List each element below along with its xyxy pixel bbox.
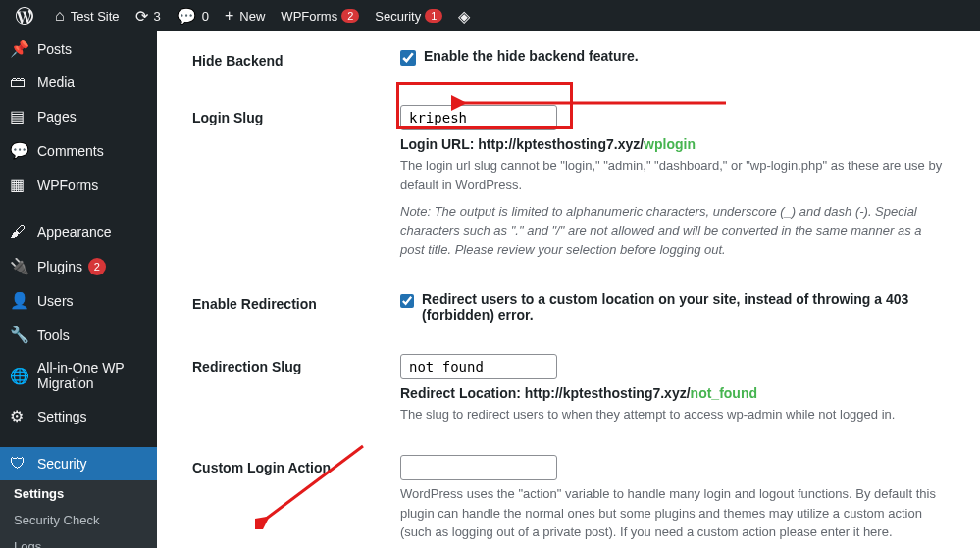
page-icon: ▤: [10, 107, 29, 125]
wrench-icon: 🔧: [10, 325, 29, 344]
sidebar-item-settings[interactable]: ⚙Settings: [0, 399, 157, 433]
sidebar-item-posts[interactable]: 📌Posts: [0, 31, 157, 66]
sidebar-item-wpforms[interactable]: ▦WPForms: [0, 168, 157, 202]
security-link[interactable]: Security1: [367, 0, 450, 31]
sidebar-item-migration[interactable]: 🌐All-in-One WP Migration: [0, 352, 157, 399]
submenu-security-check[interactable]: Security Check: [0, 507, 157, 533]
login-slug-input[interactable]: [400, 105, 557, 130]
submenu-logs[interactable]: Logs: [0, 533, 157, 548]
sidebar-item-tools[interactable]: 🔧Tools: [0, 318, 157, 352]
row-label-redirection-slug: Redirection Slug: [192, 339, 388, 439]
login-slug-note: Note: The output is limited to alphanume…: [400, 202, 949, 260]
site-title: Test Site: [71, 9, 120, 24]
comment-icon: 💬: [10, 141, 29, 160]
site-name-link[interactable]: ⌂Test Site: [47, 0, 128, 31]
row-label-login-slug: Login Slug: [192, 90, 388, 274]
enable-redirection-checkbox-wrap[interactable]: Redirect users to a custom location on y…: [400, 291, 949, 323]
menu-label: WPForms: [37, 177, 98, 193]
users-icon: 👤: [10, 291, 29, 310]
sliders-icon: ⚙: [10, 407, 29, 425]
sidebar-item-comments[interactable]: 💬Comments: [0, 133, 157, 168]
sidebar-item-plugins[interactable]: 🔌Plugins2: [0, 249, 157, 283]
new-label: New: [239, 9, 265, 24]
security-label: Security: [375, 9, 421, 24]
security-submenu: Settings Security Check Logs Go Pro: [0, 480, 157, 548]
brush-icon: 🖌: [10, 224, 29, 241]
form-icon: ▦: [10, 175, 29, 194]
menu-label: Comments: [37, 143, 104, 159]
globe-icon: 🌐: [10, 367, 29, 385]
admin-toolbar: ⌂Test Site ⟳3 💬0 +New WPForms2 Security1…: [0, 0, 980, 31]
redirection-slug-input[interactable]: [400, 354, 557, 379]
plus-icon: +: [225, 7, 233, 25]
diamond-icon: ◈: [458, 7, 470, 25]
comments-link[interactable]: 💬0: [169, 0, 217, 31]
redirection-slug-description: The slug to redirect users to when they …: [400, 405, 949, 424]
enable-redirection-checkbox-label: Redirect users to a custom location on y…: [422, 291, 949, 323]
sidebar-item-users[interactable]: 👤Users: [0, 283, 157, 318]
menu-label: Plugins: [37, 259, 82, 274]
row-label-hide-backend: Hide Backend: [192, 33, 388, 88]
sidebar-item-media[interactable]: 🗃Media: [0, 66, 157, 99]
update-icon: ⟳: [135, 7, 148, 25]
security-badge: 1: [425, 9, 442, 23]
login-url-line: Login URL: http://kptesthosting7.xyz/wpl…: [400, 136, 949, 152]
hide-backend-checkbox[interactable]: [400, 50, 416, 66]
hide-backend-checkbox-wrap[interactable]: Enable the hide backend feature.: [400, 48, 949, 66]
sidebar-item-security[interactable]: 🛡Security: [0, 447, 157, 480]
debug-link[interactable]: ◈: [450, 0, 484, 31]
home-icon: ⌂: [55, 7, 65, 25]
admin-sidebar: 📌Posts 🗃Media ▤Pages 💬Comments ▦WPForms …: [0, 31, 157, 548]
custom-login-action-desc: WordPress uses the "action" variable to …: [400, 484, 949, 542]
menu-label: Tools: [37, 327, 70, 343]
menu-label: Security: [37, 456, 87, 472]
wpforms-label: WPForms: [281, 9, 337, 24]
menu-label: Settings: [37, 409, 87, 424]
redirect-url-line: Redirect Location: http://kptesthosting7…: [400, 385, 949, 401]
wordpress-icon: [16, 7, 33, 25]
media-icon: 🗃: [10, 74, 29, 91]
content-area: Hide Backend Enable the hide backend fea…: [157, 31, 980, 548]
menu-label: Appearance: [37, 224, 112, 240]
menu-label: Pages: [37, 109, 77, 125]
updates-count: 3: [154, 9, 161, 24]
sidebar-item-appearance[interactable]: 🖌Appearance: [0, 216, 157, 249]
submenu-settings[interactable]: Settings: [0, 480, 157, 507]
updates-link[interactable]: ⟳3: [128, 0, 169, 31]
menu-label: Users: [37, 293, 74, 309]
login-slug-description: The login url slug cannot be "login," "a…: [400, 156, 949, 194]
menu-label: Media: [37, 75, 75, 90]
row-label-enable-redirection: Enable Redirection: [192, 276, 388, 337]
custom-login-action-input[interactable]: [400, 455, 557, 480]
plug-icon: 🔌: [10, 257, 29, 275]
pin-icon: 📌: [10, 39, 29, 58]
wpforms-badge: 2: [341, 9, 359, 23]
plugins-count-badge: 2: [88, 258, 106, 275]
menu-label: All-in-One WP Migration: [37, 360, 147, 391]
sidebar-item-pages[interactable]: ▤Pages: [0, 99, 157, 133]
menu-label: Posts: [37, 41, 72, 57]
wpforms-link[interactable]: WPForms2: [273, 0, 367, 31]
shield-icon: 🛡: [10, 455, 29, 473]
comments-count: 0: [202, 9, 209, 24]
row-label-custom-login-action: Custom Login Action: [192, 440, 388, 548]
comment-icon: 💬: [177, 7, 196, 25]
enable-redirection-checkbox[interactable]: [400, 293, 414, 309]
new-content-link[interactable]: +New: [217, 0, 273, 31]
hide-backend-checkbox-label: Enable the hide backend feature.: [424, 48, 639, 64]
wp-logo[interactable]: [8, 0, 47, 31]
